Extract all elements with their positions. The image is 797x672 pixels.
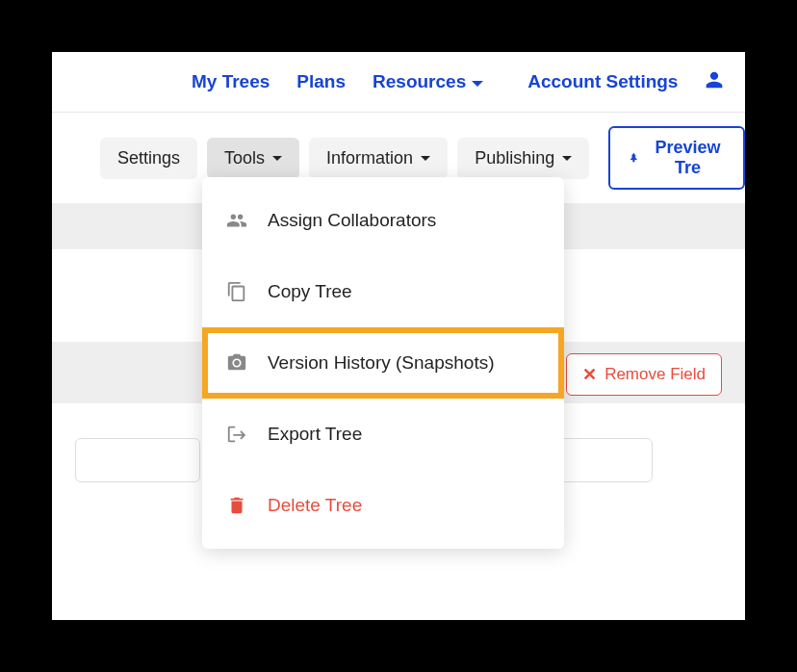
caret-down-icon (272, 156, 282, 161)
remove-field-button[interactable]: ✕ Remove Field (566, 353, 722, 396)
tools-label: Tools (224, 148, 265, 168)
menu-delete-tree[interactable]: Delete Tree (202, 470, 564, 541)
preview-tree-label: Preview Tre (650, 138, 726, 178)
menu-label: Assign Collaborators (268, 210, 436, 231)
remove-field-label: Remove Field (604, 365, 706, 384)
settings-button[interactable]: Settings (100, 138, 197, 179)
caret-down-icon (472, 81, 483, 87)
information-button[interactable]: Information (309, 138, 448, 179)
publishing-label: Publishing (475, 148, 554, 168)
tools-button[interactable]: Tools (207, 138, 299, 179)
menu-label: Copy Tree (268, 281, 352, 302)
nav-account-settings[interactable]: Account Settings (527, 71, 678, 92)
tools-dropdown: Assign Collaborators Copy Tree Version H… (202, 177, 564, 549)
camera-icon (225, 352, 248, 374)
nav-resources[interactable]: Resources (373, 71, 483, 92)
export-icon (225, 424, 248, 445)
menu-export-tree[interactable]: Export Tree (202, 399, 564, 470)
trash-icon (225, 495, 248, 516)
top-navigation: My Trees Plans Resources Account Setting… (52, 52, 745, 113)
menu-label: Version History (Snapshots) (268, 352, 495, 374)
caret-down-icon (562, 156, 572, 161)
menu-version-history[interactable]: Version History (Snapshots) (202, 327, 564, 399)
x-icon: ✕ (582, 364, 597, 385)
people-icon (225, 210, 248, 231)
nav-my-trees[interactable]: My Trees (192, 71, 270, 92)
menu-label: Delete Tree (268, 495, 362, 516)
caret-down-icon (421, 156, 430, 161)
preview-tree-button[interactable]: Preview Tre (608, 126, 745, 190)
menu-copy-tree[interactable]: Copy Tree (202, 256, 564, 327)
information-label: Information (326, 148, 413, 168)
tree-icon (628, 148, 640, 168)
nav-plans[interactable]: Plans (296, 71, 346, 92)
menu-assign-collaborators[interactable]: Assign Collaborators (202, 185, 564, 256)
user-icon[interactable] (705, 69, 724, 94)
publishing-button[interactable]: Publishing (457, 138, 589, 179)
input-field-left[interactable] (75, 438, 200, 482)
copy-icon (225, 281, 248, 302)
menu-label: Export Tree (268, 424, 362, 445)
nav-resources-label: Resources (373, 71, 466, 92)
